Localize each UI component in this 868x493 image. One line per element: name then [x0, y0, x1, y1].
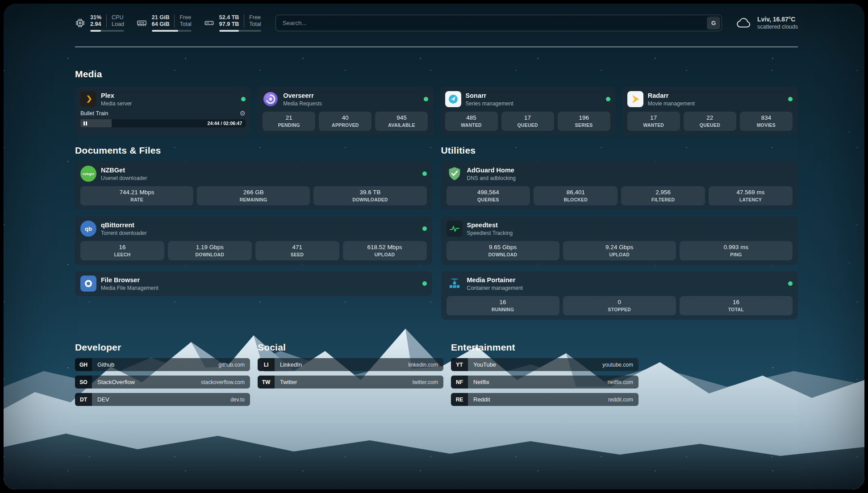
topbar: 31% 2.94 CPU Load [75, 13, 798, 32]
app-subtitle: Movie management [648, 100, 695, 107]
stat-downloaded: 39.6 TBDOWNLOADED [313, 186, 426, 205]
stat-upload: 9.24 GbpsUPLOAD [563, 241, 676, 260]
stat-total: 16TOTAL [680, 296, 793, 315]
nzbget-card[interactable]: nzbget NZBGet Usenet downloader 744.21 M… [75, 161, 432, 210]
search-input[interactable] [275, 15, 722, 31]
search-bar: G [275, 15, 722, 31]
stat-movies: 834MOVIES [740, 112, 793, 131]
github-badge-icon: GH [75, 358, 92, 371]
app-subtitle: Usenet downloader [101, 175, 147, 181]
bookmark-github[interactable]: GH Github github.com [75, 358, 250, 371]
app-subtitle: Media File Management [101, 285, 159, 291]
portainer-stats: 16RUNNING 0STOPPED 16TOTAL [447, 296, 793, 315]
qbittorrent-icon: qb [80, 221, 96, 237]
stat-blocked: 86,401BLOCKED [534, 186, 618, 205]
stat-filtered: 2,956FILTERED [621, 186, 705, 205]
status-indicator [788, 281, 793, 286]
pause-button[interactable] [83, 121, 87, 125]
memory-free-value: 21 GiB [152, 14, 170, 21]
twitter-badge-icon: TW [258, 376, 275, 389]
app-subtitle: Series management [466, 100, 513, 107]
now-playing-title: Bullet Train [80, 110, 108, 117]
status-indicator [422, 226, 427, 231]
qbittorrent-stats: 16LEECH 1.19 GbpsDOWNLOAD 471SEED 618.52… [80, 241, 427, 260]
app-name: Radarr [648, 92, 695, 100]
status-indicator [422, 171, 427, 176]
playback-progress-bar[interactable]: 24:44 / 02:06:47 [80, 119, 246, 127]
settings-gear-icon[interactable]: ⚙ [240, 110, 246, 117]
app-subtitle: Speedtest Tracking [467, 230, 513, 236]
portainer-icon [447, 276, 463, 292]
system-metrics: 31% 2.94 CPU Load [75, 14, 261, 32]
radarr-card[interactable]: Radarr Movie management 17WANTED 22QUEUE… [622, 87, 798, 135]
bookmark-dev[interactable]: DT DEV dev.to [75, 393, 250, 406]
stackoverflow-badge-icon: SO [75, 376, 92, 389]
filebrowser-icon [80, 276, 96, 292]
bookmark-youtube[interactable]: YT YouTube youtube.com [451, 358, 638, 371]
adguard-icon [447, 166, 463, 182]
disk-widget: 52.4 TB 97.9 TB Free Total [204, 14, 261, 32]
middle-columns: Documents & Files nzbget NZBGet Usenet d… [75, 145, 798, 320]
adguard-stats: 498,564QUERIES 86,401BLOCKED 2,956FILTER… [447, 186, 793, 205]
section-title-social: Social [258, 342, 443, 353]
bookmark-twitter[interactable]: TW Twitter twitter.com [258, 376, 443, 389]
speedtest-card[interactable]: Speedtest Speedtest Tracking 9.65 GbpsDO… [441, 216, 798, 265]
cpu-load-label: Load [112, 21, 124, 28]
stat-approved: 40APPROVED [319, 112, 371, 131]
bookmark-reddit[interactable]: RE Reddit reddit.com [451, 393, 638, 406]
portainer-card[interactable]: Media Portainer Container management 16R… [441, 271, 798, 320]
section-title-utilities: Utilities [441, 145, 798, 156]
dashboard: 31% 2.94 CPU Load [4, 4, 864, 489]
bookmark-linkedin[interactable]: LI LinkedIn linkedin.com [258, 358, 443, 371]
bookmarks-section: Developer GH Github github.com SO StackO… [75, 342, 638, 410]
app-subtitle: DNS and adblocking [467, 175, 516, 181]
app-subtitle: Media Requests [283, 100, 322, 107]
memory-total-label: Total [179, 21, 191, 28]
overseerr-stats: 21PENDING 40APPROVED 945AVAILABLE [263, 112, 428, 131]
qbittorrent-card[interactable]: qb qBittorrent Torrent downloader 16LEEC… [75, 216, 432, 265]
stat-download: 1.19 GbpsDOWNLOAD [168, 241, 252, 260]
disk-total-value: 97.9 TB [219, 21, 239, 28]
search-engine-button[interactable]: G [707, 17, 720, 29]
status-indicator [424, 97, 428, 101]
stat-download: 9.65 GbpsDOWNLOAD [447, 241, 559, 260]
stat-stopped: 0STOPPED [563, 296, 676, 315]
filebrowser-card[interactable]: File Browser Media File Management [75, 271, 432, 296]
cpu-percent: 31% [90, 14, 101, 21]
stat-queued: 22QUEUED [684, 112, 736, 131]
memory-free-label: Free [179, 14, 191, 21]
cpu-load-value: 2.94 [90, 21, 101, 28]
section-title-entertainment: Entertainment [451, 342, 638, 353]
status-indicator [422, 281, 427, 286]
app-subtitle: Torrent downloader [101, 230, 147, 236]
cpu-widget: 31% 2.94 CPU Load [75, 14, 124, 32]
app-name: Plex [101, 92, 132, 100]
stat-wanted: 17WANTED [627, 112, 680, 131]
app-name: qBittorrent [101, 221, 147, 229]
adguard-card[interactable]: AdGuard Home DNS and adblocking 498,564Q… [441, 161, 798, 210]
stat-ping: 0.993 msPING [680, 241, 793, 260]
section-title-media: Media [75, 69, 798, 79]
stat-seed: 471SEED [255, 241, 339, 260]
disk-total-label: Total [249, 21, 261, 28]
app-subtitle: Container management [467, 285, 523, 291]
plex-card[interactable]: Plex Media server Bullet Train ⚙ 24:44 /… [75, 87, 251, 135]
memory-widget: 21 GiB 64 GiB Free Total [137, 14, 192, 32]
overseerr-icon [263, 91, 279, 107]
section-title-developer: Developer [75, 342, 250, 353]
app-name: NZBGet [101, 167, 147, 174]
bookmark-netflix[interactable]: NF Netflix netflix.com [451, 376, 638, 389]
status-indicator [241, 97, 246, 101]
disk-progress-bar [219, 30, 261, 32]
utilities-column: Utilities AdGuard Home DNS and adblocki [441, 145, 798, 320]
bookmark-stackoverflow[interactable]: SO StackOverflow stackoverflow.com [75, 376, 250, 389]
youtube-badge-icon: YT [451, 358, 468, 371]
header-divider [75, 46, 798, 47]
sonarr-card[interactable]: Sonarr Series management 485WANTED 17QUE… [440, 87, 616, 135]
overseerr-card[interactable]: Overseerr Media Requests 21PENDING 40APP… [257, 87, 433, 135]
social-group: Social LI LinkedIn linkedin.com TW Twitt… [258, 342, 443, 393]
weather-widget: Lviv, 16.87°C scattered clouds [736, 15, 798, 30]
app-name: File Browser [101, 276, 159, 284]
radarr-stats: 17WANTED 22QUEUED 834MOVIES [627, 112, 793, 131]
playback-time: 24:44 / 02:06:47 [208, 121, 242, 126]
